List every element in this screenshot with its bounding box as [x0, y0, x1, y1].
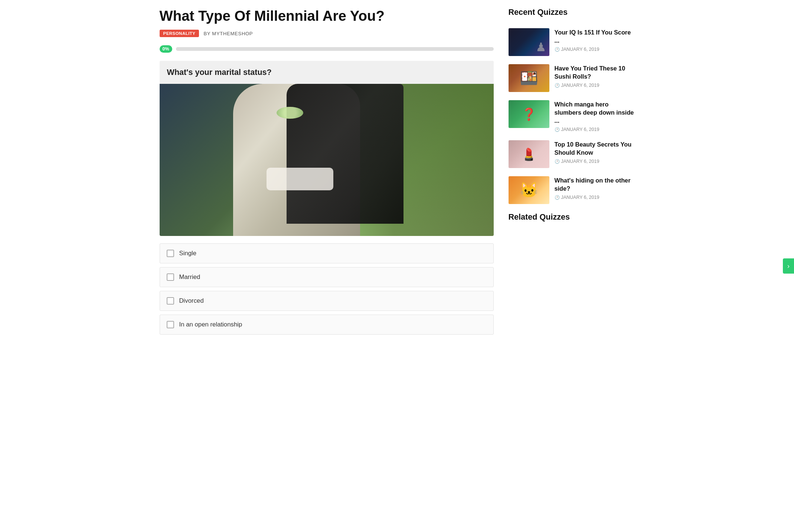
quiz-title-manga[interactable]: Which manga hero slumbers deep down insi… — [555, 100, 635, 125]
quiz-date-beauty: JANUARY 6, 2019 — [555, 159, 635, 164]
quiz-item-cat[interactable]: What's hiding on the other side? JANUARY… — [509, 176, 635, 204]
answer-option-married[interactable]: Married — [160, 267, 494, 287]
quiz-info-iq: Your IQ Is 151 If You Score ... JANUARY … — [555, 28, 635, 52]
groom-silhouette — [287, 84, 403, 224]
quiz-title-beauty[interactable]: Top 10 Beauty Secrets You Should Know — [555, 140, 635, 157]
answer-option-divorced[interactable]: Divorced — [160, 291, 494, 311]
page-container: What Type Of Millennial Are You? PERSONA… — [148, 0, 646, 346]
category-badge[interactable]: PERSONALITY — [160, 30, 199, 37]
progress-container: 0% — [160, 45, 494, 53]
answer-label-married: Married — [179, 273, 200, 281]
quiz-title-cat[interactable]: What's hiding on the other side? — [555, 176, 635, 193]
quiz-item-manga[interactable]: Which manga hero slumbers deep down insi… — [509, 100, 635, 132]
question-image — [160, 84, 494, 236]
question-text: What's your marital status? — [160, 61, 494, 84]
quiz-title-iq[interactable]: Your IQ Is 151 If You Score ... — [555, 28, 635, 45]
quiz-date-manga: JANUARY 6, 2019 — [555, 127, 635, 132]
meta-row: PERSONALITY BY MYTHEMESHOP — [160, 30, 494, 37]
quiz-date-sushi: JANUARY 6, 2019 — [555, 83, 635, 88]
quiz-thumbnail-manga — [509, 100, 549, 128]
quiz-item-beauty[interactable]: Top 10 Beauty Secrets You Should Know JA… — [509, 140, 635, 168]
hands-area — [267, 168, 333, 191]
quiz-info-sushi: Have You Tried These 10 Sushi Rolls? JAN… — [555, 64, 635, 88]
quiz-thumbnail-cat — [509, 176, 549, 204]
quiz-date-cat: JANUARY 6, 2019 — [555, 195, 635, 200]
quiz-thumbnail-beauty — [509, 140, 549, 168]
progress-label: 0% — [160, 45, 172, 53]
author-text: BY MYTHEMESHOP — [203, 31, 253, 36]
quiz-info-beauty: Top 10 Beauty Secrets You Should Know JA… — [555, 140, 635, 164]
checkbox-married[interactable] — [167, 273, 174, 281]
quiz-info-manga: Which manga hero slumbers deep down insi… — [555, 100, 635, 132]
quiz-date-iq: JANUARY 6, 2019 — [555, 47, 635, 52]
quiz-item-sushi[interactable]: Have You Tried These 10 Sushi Rolls? JAN… — [509, 64, 635, 92]
answer-label-open: In an open relationship — [179, 321, 242, 328]
answer-options: Single Married Divorced In an open relat… — [160, 243, 494, 335]
scroll-hint[interactable]: › — [783, 259, 794, 274]
checkbox-single[interactable] — [167, 250, 174, 257]
sidebar: Recent Quizzes Your IQ Is 151 If You Sco… — [509, 7, 635, 338]
quiz-thumbnail-sushi — [509, 64, 549, 92]
answer-option-open[interactable]: In an open relationship — [160, 315, 494, 335]
main-content: What Type Of Millennial Are You? PERSONA… — [160, 7, 494, 338]
recent-quizzes-list: Your IQ Is 151 If You Score ... JANUARY … — [509, 28, 635, 204]
related-quizzes-title: Related Quizzes — [509, 212, 635, 226]
question-card: What's your marital status? — [160, 61, 494, 236]
quiz-title-sushi[interactable]: Have You Tried These 10 Sushi Rolls? — [555, 64, 635, 81]
checkbox-divorced[interactable] — [167, 297, 174, 305]
flower-accent — [277, 107, 303, 119]
checkbox-open[interactable] — [167, 321, 174, 328]
answer-label-divorced: Divorced — [179, 297, 204, 305]
progress-bar-track — [176, 47, 494, 51]
recent-quizzes-title: Recent Quizzes — [509, 7, 635, 21]
quiz-item-iq[interactable]: Your IQ Is 151 If You Score ... JANUARY … — [509, 28, 635, 56]
quiz-thumbnail-iq — [509, 28, 549, 56]
quiz-info-cat: What's hiding on the other side? JANUARY… — [555, 176, 635, 200]
answer-option-single[interactable]: Single — [160, 243, 494, 263]
answer-label-single: Single — [179, 250, 197, 257]
page-title: What Type Of Millennial Are You? — [160, 7, 494, 24]
